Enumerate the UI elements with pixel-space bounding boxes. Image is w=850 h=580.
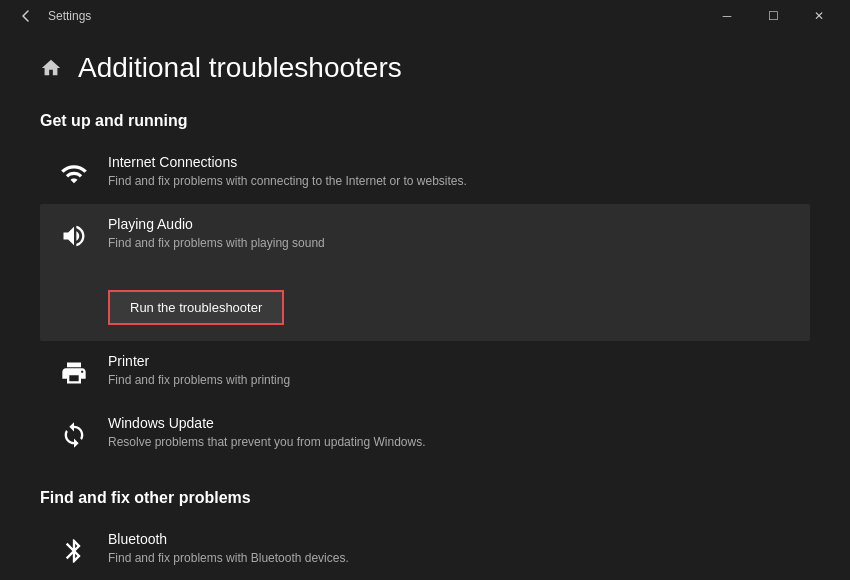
home-icon — [40, 57, 62, 79]
window-controls: ─ ☐ ✕ — [704, 0, 842, 32]
windows-update-desc: Resolve problems that prevent you from u… — [108, 434, 794, 451]
page-title: Additional troubleshooters — [78, 52, 402, 84]
title-bar-left: Settings — [12, 2, 91, 30]
audio-expanded-panel: Run the troubleshooter — [40, 282, 810, 341]
section-header-find-fix-other: Find and fix other problems — [40, 489, 810, 507]
back-button[interactable] — [12, 2, 40, 30]
audio-text: Playing Audio Find and fix problems with… — [108, 216, 794, 252]
main-content: Additional troubleshooters Get up and ru… — [0, 32, 850, 580]
internet-icon — [56, 156, 92, 192]
close-button[interactable]: ✕ — [796, 0, 842, 32]
window-title: Settings — [48, 9, 91, 23]
troubleshooter-item-printer[interactable]: Printer Find and fix problems with print… — [40, 341, 810, 403]
audio-item-main: Playing Audio Find and fix problems with… — [40, 204, 810, 266]
bluetooth-text: Bluetooth Find and fix problems with Blu… — [108, 531, 794, 567]
audio-title: Playing Audio — [108, 216, 794, 232]
troubleshooter-item-audio[interactable]: Playing Audio Find and fix problems with… — [40, 204, 810, 341]
maximize-button[interactable]: ☐ — [750, 0, 796, 32]
page-header: Additional troubleshooters — [40, 52, 810, 84]
printer-title: Printer — [108, 353, 794, 369]
section-get-up-running: Get up and running Internet Connections … — [40, 112, 810, 465]
troubleshooter-item-windows-update[interactable]: Windows Update Resolve problems that pre… — [40, 403, 810, 465]
run-troubleshooter-button[interactable]: Run the troubleshooter — [108, 290, 284, 325]
troubleshooter-item-internet[interactable]: Internet Connections Find and fix proble… — [40, 142, 810, 204]
section-find-fix-other: Find and fix other problems Bluetooth Fi… — [40, 489, 810, 580]
bluetooth-title: Bluetooth — [108, 531, 794, 547]
windows-update-title: Windows Update — [108, 415, 794, 431]
printer-desc: Find and fix problems with printing — [108, 372, 794, 389]
minimize-button[interactable]: ─ — [704, 0, 750, 32]
audio-desc: Find and fix problems with playing sound — [108, 235, 794, 252]
internet-text: Internet Connections Find and fix proble… — [108, 154, 794, 190]
audio-icon — [56, 218, 92, 254]
windows-update-icon — [56, 417, 92, 453]
title-bar: Settings ─ ☐ ✕ — [0, 0, 850, 32]
internet-desc: Find and fix problems with connecting to… — [108, 173, 794, 190]
troubleshooter-item-bluetooth[interactable]: Bluetooth Find and fix problems with Blu… — [40, 519, 810, 580]
section-header-get-up-running: Get up and running — [40, 112, 810, 130]
printer-icon — [56, 355, 92, 391]
bluetooth-icon — [56, 533, 92, 569]
windows-update-text: Windows Update Resolve problems that pre… — [108, 415, 794, 451]
printer-text: Printer Find and fix problems with print… — [108, 353, 794, 389]
internet-title: Internet Connections — [108, 154, 794, 170]
bluetooth-desc: Find and fix problems with Bluetooth dev… — [108, 550, 794, 567]
